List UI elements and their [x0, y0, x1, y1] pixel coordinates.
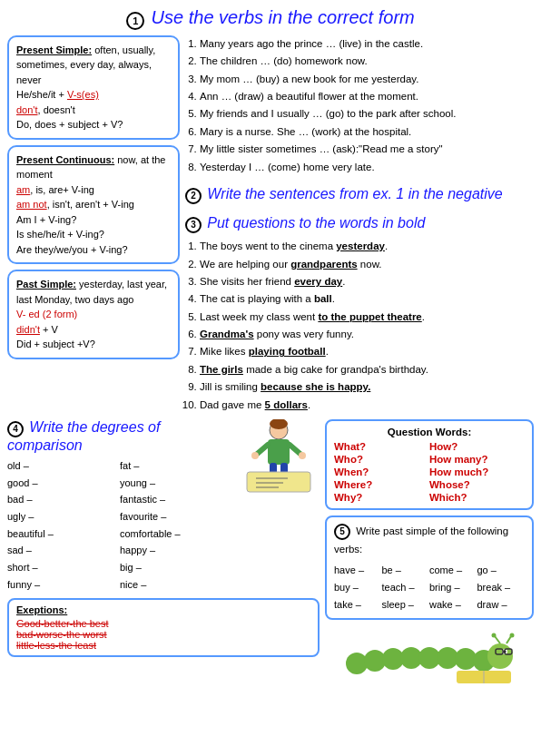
svg-line-31 — [495, 636, 500, 643]
section5-title: 5 Write past simple of the following ver… — [334, 523, 525, 558]
section3-title: Put questions to the words in bold — [207, 215, 425, 231]
s3-item-2: We are helping our grandparents now. — [200, 256, 534, 272]
section2-number: 2 — [185, 188, 202, 204]
cmp-fat: fat – — [120, 457, 232, 475]
qw-where: Where? — [334, 479, 429, 490]
present-simple-box: Present Simple: often, usually, sometime… — [7, 35, 180, 140]
qw-when: When? — [334, 466, 429, 477]
cmp-ugly: ugly – — [7, 508, 120, 525]
svg-point-23 — [487, 643, 513, 669]
svg-rect-11 — [247, 472, 310, 492]
v5-break: break – — [477, 579, 526, 596]
svg-point-6 — [299, 452, 306, 459]
qw-whose: Whose? — [429, 479, 525, 490]
caterpillar-svg — [339, 629, 520, 683]
ps-doesnt: , doesn't — [38, 104, 75, 115]
section4-header: 4 Write the degrees of comparison old – … — [7, 419, 320, 593]
svg-point-34 — [510, 633, 515, 638]
svg-rect-2 — [268, 439, 290, 465]
right-sentences: Many years ago the prince … (live) in th… — [185, 35, 534, 414]
svg-point-32 — [492, 633, 497, 638]
s3-item-1: The boys went to the cinema yesterday. — [200, 238, 534, 254]
section2-title: Write the sentences from ex. 1 in the ne… — [207, 186, 503, 201]
pc-am: am — [16, 184, 30, 195]
past-simple-box: Past Simple: yesterday, last year, last … — [7, 270, 180, 359]
section3-content: The boys went to the cinema yesterday. W… — [185, 238, 534, 413]
cmp-nice: nice – — [120, 576, 232, 594]
section5-number: 5 — [334, 524, 350, 540]
left-grammar-boxes: Present Simple: often, usually, sometime… — [7, 35, 180, 414]
caterpillar-area — [325, 629, 534, 686]
qw-who: Who? — [334, 454, 429, 465]
title-number: 1 — [126, 12, 144, 30]
cmp-fantastic: fantastic – — [120, 491, 232, 508]
ps-title: Present Simple: — [16, 44, 92, 55]
pc-amnot: am not — [16, 199, 47, 210]
v5-go: go – — [477, 562, 526, 579]
present-continuous-box: Present Continuous: now, at the moment a… — [7, 145, 180, 265]
s3-item-4: The cat is playing with a ball. — [200, 290, 534, 307]
past-question: Did + subject +V? — [16, 339, 95, 349]
s3-item-7: Mike likes playing football. — [200, 343, 534, 359]
cmp-young: young – — [120, 475, 232, 492]
pc-q2: Is she/he/it + V-ing? — [16, 229, 104, 240]
question-words-box: Question Words: What? How? Who? How many… — [325, 419, 534, 510]
pc-title: Present Continuous: — [16, 154, 114, 165]
cmp-sad: sad – — [7, 542, 120, 559]
ps-line1a: He/she/it + — [16, 89, 67, 100]
qw-grid: What? How? Who? How many? When? How much… — [334, 441, 525, 503]
past-v: + V — [40, 324, 58, 335]
v5-take: take – — [334, 596, 382, 614]
qw-howmuch: How much? — [429, 466, 525, 477]
v5-teach: teach – — [382, 579, 430, 596]
v5-buy: buy – — [334, 579, 382, 596]
past-didnt: didn't — [16, 324, 40, 335]
s3-item-9: Jill is smiling because she is happy. — [200, 378, 534, 395]
section3-number: 3 — [185, 217, 202, 233]
boy-svg — [242, 419, 315, 501]
qw-which: Which? — [429, 492, 525, 503]
pc-q3: Are they/we/you + V-ing? — [16, 244, 128, 255]
main-title: Use the verbs in the correct form — [152, 7, 415, 27]
past-formula: V- ed (2 form) — [16, 309, 77, 319]
section4-left-col: 4 Write the degrees of comparison old – … — [7, 419, 232, 593]
qw-howmany: How many? — [429, 454, 525, 465]
cmp-good: good – — [7, 475, 120, 492]
exc-line3: little-less-the least — [16, 640, 310, 651]
svg-point-5 — [251, 452, 259, 459]
sentence-1: Many years ago the prince … (live) in th… — [200, 35, 534, 52]
svg-line-33 — [507, 636, 511, 643]
section2-block: 2 Write the sentences from ex. 1 in the … — [185, 182, 534, 206]
sentence-7: My little sister sometimes … (ask):"Read… — [200, 141, 534, 157]
ps-question: Do, does + subject + V? — [16, 119, 123, 130]
comparison-grid: old – fat – good – young – bad – fantast… — [7, 457, 232, 594]
cmp-short: short – — [7, 559, 120, 576]
sentence-3: My mom … (buy) a new book for me yesterd… — [200, 71, 534, 87]
cmp-favourite: favourite – — [120, 508, 232, 525]
cmp-beautiful: beautiful – — [7, 525, 120, 543]
cmp-funny: funny – — [7, 576, 120, 594]
v5-be: be – — [382, 562, 430, 579]
top-layout: Present Simple: often, usually, sometime… — [7, 35, 534, 414]
section4-number: 4 — [7, 421, 24, 437]
ps-formula1: V-s(es) — [67, 89, 99, 100]
sentence-8: Yesterday I … (come) home very late. — [200, 159, 534, 175]
sentence-6: Mary is a nurse. She … (work) at the hos… — [200, 123, 534, 140]
section4-title: Write the degrees of comparison — [7, 419, 160, 453]
qw-why: Why? — [334, 492, 429, 503]
sentence-5: My friends and I usually … (go) to the p… — [200, 105, 534, 122]
s3-item-5: Last week my class went to the puppet th… — [200, 309, 534, 325]
ps-dont: don't — [16, 104, 38, 115]
s3-item-8: The girls made a big cake for grandpa's … — [200, 361, 534, 378]
section5-grid: have – be – come – go – buy – teach – br… — [334, 562, 525, 613]
past-title: Past Simple: — [16, 279, 76, 290]
s3-item-3: She visits her friend every day. — [200, 273, 534, 290]
v5-wake: wake – — [429, 596, 477, 614]
v5-draw: draw – — [477, 596, 526, 614]
cmp-bad: bad – — [7, 491, 120, 508]
section3-list: The boys went to the cinema yesterday. W… — [185, 238, 534, 413]
boy-illustration — [238, 419, 320, 501]
section4-area: 4 Write the degrees of comparison old – … — [7, 419, 320, 686]
title-section: 1 Use the verbs in the correct form — [7, 7, 534, 30]
exceptions-title: Exeptions: — [16, 604, 310, 615]
